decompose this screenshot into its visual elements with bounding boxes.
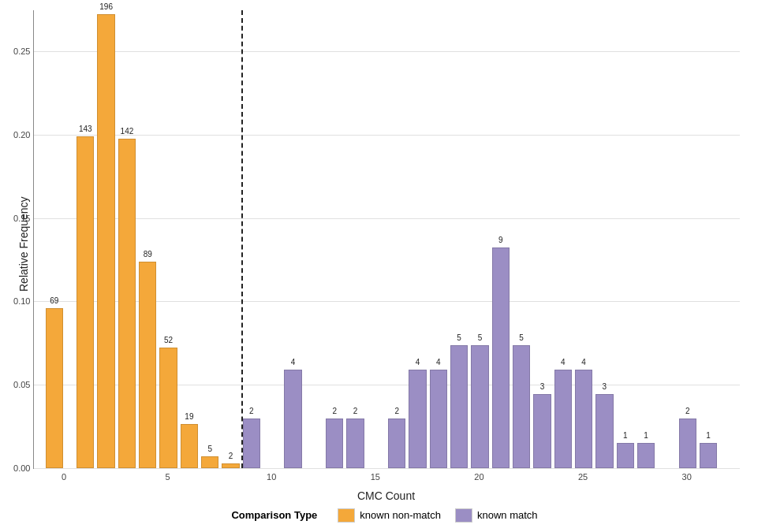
bar-count-label: 5 (457, 333, 461, 342)
bar-count-label: 19 (185, 412, 193, 421)
grid-line (34, 51, 740, 52)
bar-count-label: 1 (706, 431, 711, 440)
bar-count-label: 4 (416, 358, 420, 366)
bar-count-label: 143 (79, 125, 92, 133)
chart-area: Relative Frequency 0.000.050.100.150.200… (14, 10, 756, 502)
bar: 1 (700, 443, 717, 467)
legend-match-label: known match (477, 509, 538, 521)
bar-count-label: 3 (540, 382, 545, 391)
x-tick-label: 5 (166, 472, 170, 482)
bar-count-label: 4 (291, 358, 296, 366)
bar: 3 (533, 394, 551, 467)
plot-inner: 0.000.050.100.150.200.256914319614289521… (33, 10, 740, 469)
legend-title: Comparison Type (231, 509, 317, 521)
bar: 4 (575, 370, 592, 467)
bar-count-label: 69 (50, 296, 58, 305)
y-tick-label: 0.00 (13, 463, 30, 473)
bar: 5 (513, 345, 530, 467)
bar: 52 (159, 348, 177, 468)
y-tick-label: 0.10 (13, 296, 30, 306)
bar: 142 (118, 139, 136, 467)
bar-count-label: 2 (332, 407, 337, 415)
bar-count-label: 2 (249, 407, 254, 415)
bar: 5 (201, 456, 218, 468)
bar-count-label: 4 (581, 358, 586, 366)
bar-count-label: 196 (99, 2, 113, 11)
bar: 2 (346, 419, 364, 467)
x-tick-label: 10 (267, 472, 276, 482)
bar: 5 (450, 345, 468, 467)
bar-count-label: 2 (353, 407, 358, 415)
dashed-line (241, 10, 243, 468)
bar-count-label: 1 (644, 431, 648, 440)
bar: 2 (243, 419, 260, 467)
bar: 4 (409, 370, 426, 467)
x-tick-label: 30 (682, 472, 692, 482)
bar-count-label: 4 (561, 358, 566, 366)
bar: 89 (139, 262, 156, 468)
y-tick-label: 0.25 (13, 47, 30, 56)
bar: 2 (679, 419, 696, 467)
bar: 1 (637, 443, 655, 467)
x-axis-row: 051015202530 (33, 469, 740, 488)
x-axis-label: CMC Count (33, 489, 740, 502)
bar: 9 (492, 247, 510, 468)
x-tick-label: 20 (474, 472, 483, 482)
plot-section: 0.000.050.100.150.200.256914319614289521… (33, 10, 756, 502)
x-tick-label: 15 (371, 472, 380, 482)
bar-count-label: 4 (436, 358, 441, 366)
legend: Comparison Type known non-match known ma… (14, 508, 756, 523)
y-axis-label: Relative Frequency (14, 10, 33, 478)
bar-count-label: 9 (498, 236, 503, 244)
bar: 5 (471, 345, 488, 467)
legend-box-match (455, 508, 472, 523)
bar-count-label: 2 (394, 407, 399, 415)
bar: 4 (284, 370, 301, 467)
bar: 3 (595, 394, 613, 467)
bar-count-label: 2 (229, 452, 233, 460)
bar: 2 (388, 419, 405, 467)
bar-count-label: 142 (121, 127, 134, 136)
bar: 69 (46, 308, 63, 468)
bar-count-label: 89 (144, 250, 152, 259)
bar-count-label: 52 (164, 336, 173, 344)
bar-count-label: 3 (603, 382, 607, 391)
bar-count-label: 5 (519, 333, 524, 342)
bar: 19 (181, 424, 198, 468)
legend-nonmatch-label: known non-match (360, 509, 441, 521)
y-tick-label: 0.20 (13, 130, 30, 140)
bar: 196 (97, 14, 114, 467)
bar-count-label: 2 (685, 407, 690, 415)
x-tick-label: 25 (578, 472, 588, 482)
bar-count-label: 5 (478, 333, 483, 342)
legend-match: known match (455, 508, 538, 523)
bar-count-label: 1 (623, 431, 628, 440)
bar: 1 (617, 443, 634, 467)
chart-container: Relative Frequency 0.000.050.100.150.200… (14, 10, 756, 523)
legend-box-nonmatch (338, 508, 355, 523)
bar: 2 (326, 419, 343, 467)
bar: 4 (554, 370, 572, 467)
legend-nonmatch: known non-match (338, 508, 441, 523)
bar: 2 (222, 463, 239, 468)
grid-line (34, 135, 740, 136)
bar: 4 (430, 370, 447, 467)
grid-line (34, 218, 740, 219)
bar: 143 (77, 136, 94, 467)
y-tick-label: 0.15 (13, 214, 30, 223)
bar-count-label: 5 (207, 445, 212, 453)
y-tick-label: 0.05 (13, 380, 30, 389)
x-tick-label: 0 (62, 472, 66, 482)
